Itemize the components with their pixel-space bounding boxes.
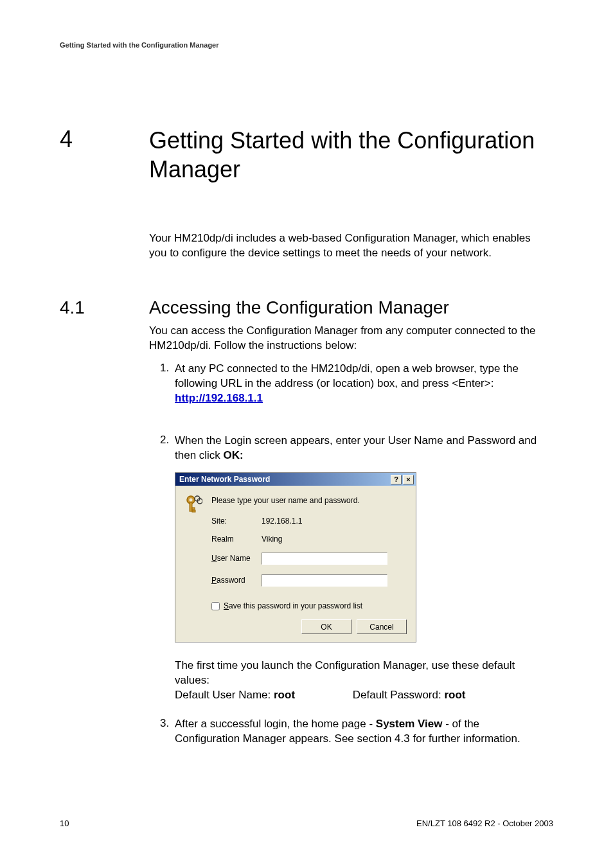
svg-rect-4 — [192, 510, 195, 512]
realm-value: Viking — [262, 535, 282, 544]
dialog-button-row: OK Cancel — [301, 619, 407, 634]
svg-point-1 — [190, 499, 193, 502]
running-header: Getting Started with the Configuration M… — [60, 41, 219, 49]
password-input[interactable] — [262, 574, 387, 587]
config-url-link[interactable]: http://192.168.1.1 — [175, 392, 263, 404]
username-accel: U — [211, 554, 217, 563]
username-input[interactable] — [262, 553, 387, 565]
username-field-wrap — [262, 553, 387, 565]
help-button[interactable]: ? — [391, 475, 402, 484]
login-dialog: Enter Network Password ? × Please type y… — [175, 472, 416, 642]
step-3-bold: System View — [376, 718, 443, 730]
page-number: 10 — [60, 819, 69, 828]
step-number-2: 2. — [160, 434, 169, 447]
section-number: 4.1 — [60, 297, 85, 318]
default-user-value: root — [274, 689, 295, 701]
key-icon — [184, 495, 202, 515]
save-accel: S — [224, 601, 229, 610]
step-number-3: 3. — [160, 717, 169, 730]
password-label: Password — [211, 576, 256, 585]
dialog-body: Please type your user name and password.… — [175, 486, 416, 642]
save-password-label: Save this password in your password list — [224, 601, 362, 610]
chapter-title: Getting Started with the Configuration M… — [149, 126, 541, 184]
save-rest: ave this password in your password list — [229, 601, 362, 610]
document-reference: EN/LZT 108 6492 R2 - October 2003 — [416, 819, 553, 828]
svg-rect-3 — [192, 508, 195, 509]
realm-label: Realm — [211, 535, 256, 544]
dialog-title: Enter Network Password — [179, 475, 270, 484]
close-button[interactable]: × — [403, 475, 414, 484]
password-accel: P — [211, 576, 217, 585]
password-field-wrap — [262, 574, 387, 587]
site-value: 192.168.1.1 — [262, 517, 302, 526]
site-label: Site: — [211, 517, 256, 526]
dialog-titlebar: Enter Network Password ? × — [175, 473, 416, 486]
section-title: Accessing the Configuration Manager — [149, 297, 449, 318]
post-dialog-text: The first time you launch the Configurat… — [175, 659, 541, 703]
ok-button[interactable]: OK — [301, 619, 351, 634]
username-rest: ser Name — [217, 554, 251, 563]
intro-paragraph: Your HM210dp/di includes a web-based Con… — [149, 231, 541, 261]
step-3-text: After a successful login, the home page … — [175, 717, 541, 747]
svg-rect-2 — [190, 502, 192, 511]
step-2-ok-bold: OK: — [224, 449, 244, 461]
password-rest: assword — [217, 576, 245, 585]
step-3-a: After a successful login, the home page … — [175, 718, 376, 730]
default-user-wrap: Default User Name: root — [175, 688, 350, 703]
step-1-body: At any PC connected to the HM210dp/di, o… — [175, 362, 519, 389]
save-password-row: Save this password in your password list — [211, 601, 362, 610]
username-label: User Name — [211, 554, 256, 563]
cancel-button[interactable]: Cancel — [357, 619, 407, 634]
chapter-number: 4 — [60, 126, 73, 153]
section-intro: You can access the Configuration Manager… — [149, 324, 541, 353]
step-2-text: When the Login screen appears, enter you… — [175, 434, 541, 463]
default-pass-label: Default Password: — [353, 689, 445, 701]
default-pass-value: root — [444, 689, 465, 701]
default-user-label: Default User Name: — [175, 689, 274, 701]
save-password-checkbox[interactable] — [211, 602, 220, 610]
post-dialog-line1: The first time you launch the Configurat… — [175, 659, 515, 686]
dialog-prompt: Please type your user name and password. — [211, 496, 360, 505]
step-number-1: 1. — [160, 362, 169, 375]
step-1-text: At any PC connected to the HM210dp/di, o… — [175, 362, 541, 406]
